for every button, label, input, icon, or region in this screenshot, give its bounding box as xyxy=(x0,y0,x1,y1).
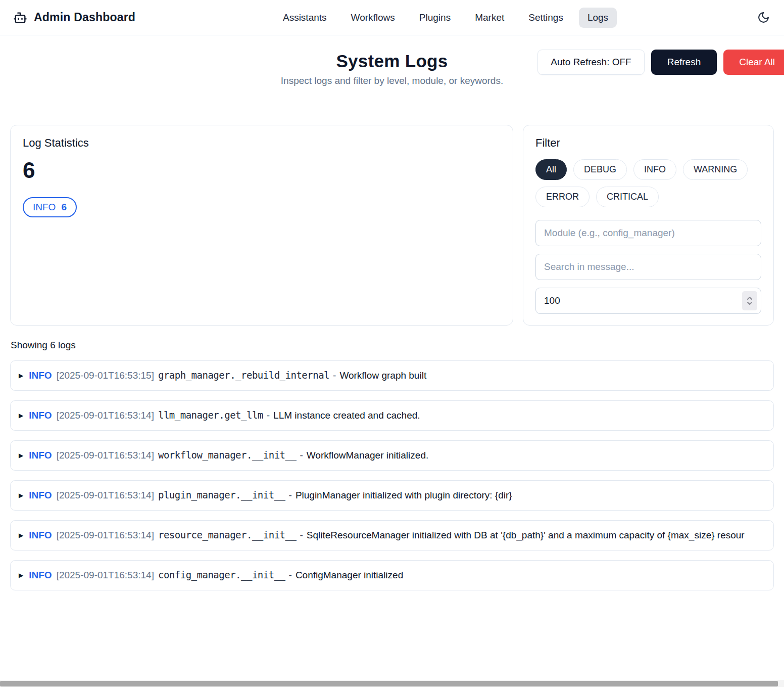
nav-item[interactable]: Market xyxy=(466,8,513,28)
nav-item[interactable]: Logs xyxy=(579,8,617,28)
log-module: plugin_manager.__init__ xyxy=(158,489,285,500)
log-separator: - xyxy=(300,450,303,461)
filter-card: Filter All DEBUG INFO WARNING ERROR CRIT… xyxy=(523,125,774,326)
horizontal-scrollbar-thumb[interactable] xyxy=(0,681,778,686)
log-entry[interactable]: ▶INFO[2025-09-01T16:53:14]plugin_manager… xyxy=(10,480,774,511)
info-count-badge: INFO 6 xyxy=(23,197,77,217)
nav-item[interactable]: Assistants xyxy=(274,8,335,28)
nav-item[interactable]: Workflows xyxy=(342,8,404,28)
total-logs-count: 6 xyxy=(23,158,501,183)
log-message: PluginManager initialized with plugin di… xyxy=(296,490,512,500)
badge-level-label: INFO xyxy=(33,202,56,213)
log-module: config_manager.__init__ xyxy=(158,569,285,580)
log-list: ▶INFO[2025-09-01T16:53:15]graph_manager.… xyxy=(10,360,774,590)
level-filter-pill[interactable]: INFO xyxy=(633,159,676,180)
limit-input[interactable] xyxy=(535,288,761,314)
log-level: INFO xyxy=(29,570,52,580)
header-actions: Auto Refresh: OFF Refresh Clear All xyxy=(537,50,784,75)
log-separator: - xyxy=(289,490,292,500)
results-summary: Showing 6 logs xyxy=(11,340,774,351)
brand-title: Admin Dashboard xyxy=(34,11,135,24)
nav-item[interactable]: Settings xyxy=(520,8,572,28)
moon-icon xyxy=(757,11,770,24)
log-module: resource_manager.__init__ xyxy=(158,529,296,540)
nav-links: Assistants Workflows Plugins Market Sett… xyxy=(135,8,756,28)
log-module: workflow_manager.__init__ xyxy=(158,449,296,461)
badge-count: 6 xyxy=(61,202,67,213)
log-statistics-title: Log Statistics xyxy=(23,136,501,150)
nav-item[interactable]: Plugins xyxy=(411,8,459,28)
log-timestamp: [2025-09-01T16:53:14] xyxy=(57,530,154,540)
brand: Admin Dashboard xyxy=(13,11,135,25)
log-entry[interactable]: ▶INFO[2025-09-01T16:53:14]resource_manag… xyxy=(10,520,774,551)
triangle-right-icon[interactable]: ▶ xyxy=(19,412,23,419)
log-entry[interactable]: ▶INFO[2025-09-01T16:53:14]workflow_manag… xyxy=(10,440,774,471)
triangle-right-icon[interactable]: ▶ xyxy=(19,492,23,499)
log-message: LLM instance created and cached. xyxy=(273,410,420,421)
level-filter-pill[interactable]: CRITICAL xyxy=(596,187,659,207)
filter-title: Filter xyxy=(535,136,761,150)
top-navbar: Admin Dashboard Assistants Workflows Plu… xyxy=(0,0,784,35)
module-filter-input[interactable] xyxy=(535,220,761,246)
log-timestamp: [2025-09-01T16:53:14] xyxy=(57,410,154,421)
theme-toggle-button[interactable] xyxy=(756,10,771,25)
level-badges: INFO 6 xyxy=(23,197,501,217)
log-separator: - xyxy=(333,370,336,381)
limit-field-wrap xyxy=(535,288,761,314)
log-timestamp: [2025-09-01T16:53:14] xyxy=(57,490,154,500)
log-timestamp: [2025-09-01T16:53:14] xyxy=(57,570,154,580)
log-level: INFO xyxy=(29,530,52,540)
refresh-button[interactable]: Refresh xyxy=(651,50,717,75)
log-message: SqliteResourceManager initialized with D… xyxy=(307,530,745,540)
level-filter-pill[interactable]: DEBUG xyxy=(573,159,627,180)
log-message: WorkflowManager initialized. xyxy=(307,450,428,461)
log-separator: - xyxy=(267,410,270,421)
horizontal-scrollbar[interactable] xyxy=(0,680,784,687)
message-search-input[interactable] xyxy=(535,254,761,280)
bot-icon xyxy=(13,11,27,25)
triangle-right-icon[interactable]: ▶ xyxy=(19,372,23,379)
log-message: Workflow graph built xyxy=(339,370,426,381)
log-separator: - xyxy=(289,570,292,580)
log-separator: - xyxy=(300,530,303,540)
log-entry[interactable]: ▶INFO[2025-09-01T16:53:14]llm_manager.ge… xyxy=(10,400,774,431)
log-module: llm_manager.get_llm xyxy=(158,409,263,421)
level-filter-pill[interactable]: ERROR xyxy=(535,187,590,207)
level-filter-pill[interactable]: WARNING xyxy=(683,159,748,180)
log-entry[interactable]: ▶INFO[2025-09-01T16:53:14]config_manager… xyxy=(10,560,774,590)
log-message: ConfigManager initialized xyxy=(296,570,403,580)
log-timestamp: [2025-09-01T16:53:15] xyxy=(57,370,154,381)
log-level: INFO xyxy=(29,370,52,381)
page-subtitle: Inspect logs and filter by level, module… xyxy=(0,75,784,86)
level-filter-pills: All DEBUG INFO WARNING ERROR CRITICAL xyxy=(535,159,753,207)
log-module: graph_manager._rebuild_internal xyxy=(158,370,329,381)
log-entry[interactable]: ▶INFO[2025-09-01T16:53:15]graph_manager.… xyxy=(10,360,774,391)
page-header: System Logs Inspect logs and filter by l… xyxy=(0,51,784,110)
triangle-right-icon[interactable]: ▶ xyxy=(19,452,23,459)
log-level: INFO xyxy=(29,450,52,461)
cards-row: Log Statistics 6 INFO 6 Filter All DEBUG… xyxy=(10,125,774,326)
log-timestamp: [2025-09-01T16:53:14] xyxy=(57,450,154,461)
clear-all-button[interactable]: Clear All xyxy=(723,50,784,75)
triangle-right-icon[interactable]: ▶ xyxy=(19,572,23,579)
log-level: INFO xyxy=(29,490,52,500)
updown-chevrons-icon[interactable] xyxy=(742,291,757,310)
triangle-right-icon[interactable]: ▶ xyxy=(19,532,23,539)
level-filter-pill[interactable]: All xyxy=(535,159,567,180)
log-statistics-card: Log Statistics 6 INFO 6 xyxy=(10,125,513,326)
log-level: INFO xyxy=(29,410,52,421)
auto-refresh-button[interactable]: Auto Refresh: OFF xyxy=(537,50,644,75)
